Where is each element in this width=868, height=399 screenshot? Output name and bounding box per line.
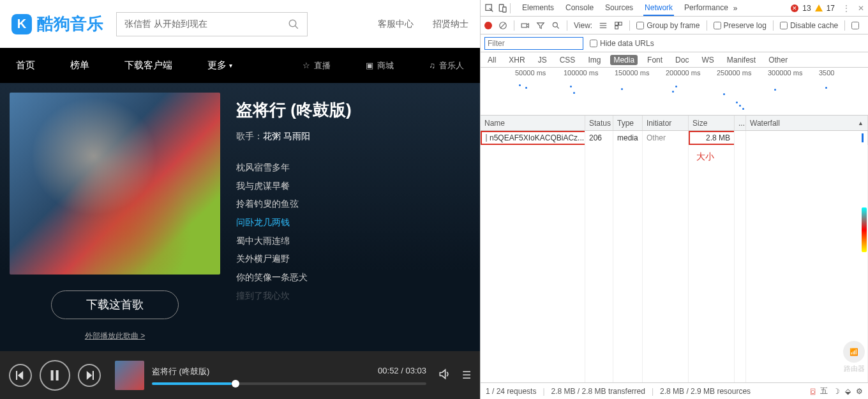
timeline-dot bbox=[675, 86, 677, 87]
clear-icon[interactable] bbox=[498, 21, 507, 30]
filter-doc[interactable]: Doc bbox=[672, 55, 692, 65]
filter-all[interactable]: All bbox=[484, 55, 499, 65]
col-status[interactable]: Status bbox=[585, 116, 613, 130]
download-button[interactable]: 下载这首歌 bbox=[51, 290, 179, 319]
cell-waterfall bbox=[746, 131, 868, 145]
ext-label[interactable]: 五 bbox=[820, 386, 828, 396]
search-input[interactable] bbox=[124, 19, 288, 29]
col-type[interactable]: Type bbox=[613, 116, 643, 130]
search-icon[interactable] bbox=[551, 21, 560, 30]
tab-performance[interactable]: Performance bbox=[683, 1, 730, 16]
prev-button[interactable] bbox=[9, 364, 32, 387]
cell-more bbox=[735, 131, 746, 145]
nav-musician[interactable]: ♫ 音乐人 bbox=[429, 60, 464, 72]
lyric-line: 蜀中大雨连绵 bbox=[236, 232, 352, 250]
devtools-tabs: ElementsConsoleSourcesNetworkPerformance bbox=[521, 1, 730, 16]
table-row[interactable]: n5QEAF5XIoKACQBiACz... 206 media Other 2… bbox=[481, 131, 868, 145]
filter-icon[interactable] bbox=[536, 21, 545, 30]
filter-xhr[interactable]: XHR bbox=[505, 55, 528, 65]
view-list-icon[interactable] bbox=[599, 21, 608, 30]
timeline-dot bbox=[723, 93, 725, 95]
ext-moon-icon[interactable]: ☽ bbox=[833, 387, 840, 396]
svg-point-0 bbox=[289, 20, 296, 27]
mini-album-art[interactable] bbox=[115, 361, 144, 390]
lyric-line: 关外横尸遍野 bbox=[236, 250, 352, 268]
filter-img[interactable]: Img bbox=[585, 55, 604, 65]
playlist-icon[interactable]: ☰ bbox=[462, 369, 471, 381]
camera-icon[interactable] bbox=[521, 21, 530, 30]
timeline-dot bbox=[672, 91, 674, 93]
view-frame-icon[interactable] bbox=[614, 21, 623, 30]
progress-knob[interactable] bbox=[232, 380, 239, 388]
ext-paw-icon[interactable]: ⌼ bbox=[811, 387, 815, 396]
nav-more[interactable]: 更多 ▾ bbox=[207, 59, 232, 72]
tab-sources[interactable]: Sources bbox=[604, 1, 634, 16]
nav-home[interactable]: 首页 bbox=[16, 59, 35, 72]
filter-ws[interactable]: WS bbox=[698, 55, 717, 65]
pause-button[interactable] bbox=[40, 360, 70, 391]
timeline-dot bbox=[739, 105, 741, 107]
external-play-link[interactable]: 外部播放此歌曲 > bbox=[85, 331, 145, 342]
lyric-line: 问卧龙几两钱 bbox=[236, 213, 352, 232]
col-size[interactable]: Size bbox=[689, 116, 735, 130]
link-support[interactable]: 客服中心 bbox=[378, 19, 414, 30]
hide-data-urls-checkbox[interactable]: Hide data URLs bbox=[590, 39, 654, 48]
svg-rect-19 bbox=[615, 26, 618, 29]
offline-checkbox[interactable] bbox=[851, 22, 859, 29]
link-careers[interactable]: 招贤纳士 bbox=[433, 19, 468, 30]
tabs-overflow[interactable]: » bbox=[732, 1, 739, 15]
group-by-frame-checkbox[interactable]: Group by frame bbox=[636, 21, 700, 30]
col-initiator[interactable]: Initiator bbox=[643, 116, 689, 130]
tab-elements[interactable]: Elements bbox=[521, 1, 555, 16]
status-transferred: 2.8 MB / 2.8 MB transferred bbox=[551, 387, 645, 396]
nav-mall[interactable]: ▣ 商城 bbox=[366, 60, 394, 72]
preserve-log-checkbox[interactable]: Preserve log bbox=[714, 21, 767, 30]
filter-css[interactable]: CSS bbox=[557, 55, 579, 65]
timeline-dot bbox=[570, 86, 572, 87]
nav-charts[interactable]: 榜单 bbox=[70, 59, 89, 72]
nav-download[interactable]: 下载客户端 bbox=[124, 59, 172, 72]
scroll-indicator bbox=[862, 207, 867, 252]
tab-console[interactable]: Console bbox=[564, 1, 595, 16]
search-box[interactable] bbox=[116, 12, 308, 36]
filter-manifest[interactable]: Manifest bbox=[724, 55, 759, 65]
filter-js[interactable]: JS bbox=[535, 55, 550, 65]
nav-live[interactable]: ☆ 直播 bbox=[303, 60, 331, 72]
warning-badge bbox=[815, 4, 823, 11]
col-waterfall[interactable]: Waterfall▲ bbox=[746, 116, 868, 130]
record-button[interactable] bbox=[484, 22, 492, 29]
filter-font[interactable]: Font bbox=[644, 55, 666, 65]
search-icon[interactable] bbox=[288, 19, 299, 30]
col-name[interactable]: Name bbox=[481, 116, 585, 130]
col-more[interactable]: ... bbox=[735, 116, 746, 130]
timeline-dot bbox=[774, 89, 776, 91]
cell-initiator: Other bbox=[643, 131, 689, 145]
devtools-close-icon[interactable]: ✕ bbox=[858, 4, 864, 13]
device-icon[interactable] bbox=[497, 3, 507, 13]
disable-cache-checkbox[interactable]: Disable cache bbox=[780, 21, 838, 30]
progress-fill bbox=[152, 382, 232, 385]
timeline-tick: 200000 ms bbox=[666, 69, 700, 77]
timeline[interactable]: 50000 ms100000 ms150000 ms200000 ms25000… bbox=[481, 68, 868, 116]
timeline-tick: 300000 ms bbox=[768, 69, 802, 77]
tab-network[interactable]: Network bbox=[643, 1, 674, 16]
error-counts[interactable]: ✕13 17 bbox=[791, 4, 835, 13]
error-badge: ✕ bbox=[791, 4, 798, 12]
song-title: 盗将行 (咚鼓版) bbox=[236, 99, 352, 121]
cell-name: n5QEAF5XIoKACQBiACz... bbox=[481, 131, 585, 145]
next-button[interactable] bbox=[78, 364, 101, 387]
filter-input[interactable] bbox=[484, 37, 583, 50]
progress-bar[interactable] bbox=[152, 382, 426, 385]
artist-name[interactable]: 花粥 马雨阳 bbox=[263, 131, 310, 141]
filter-media[interactable]: Media bbox=[610, 55, 638, 65]
lyric-line: 枕风宿雪多年 bbox=[236, 158, 352, 177]
ext-gear-icon[interactable]: ⚙ bbox=[856, 387, 863, 396]
size-annotation: 大小 bbox=[692, 149, 714, 163]
devtools-menu-icon[interactable]: ⋮ bbox=[842, 4, 850, 13]
volume-icon[interactable] bbox=[438, 368, 451, 383]
filter-other[interactable]: Other bbox=[765, 55, 791, 65]
inspect-icon[interactable] bbox=[484, 3, 495, 13]
site-logo[interactable]: K 酷狗音乐 bbox=[11, 13, 103, 35]
lyric-line: 拎着钓叟的鱼弦 bbox=[236, 195, 352, 213]
ext-drop-icon[interactable]: ⬙ bbox=[845, 387, 851, 396]
